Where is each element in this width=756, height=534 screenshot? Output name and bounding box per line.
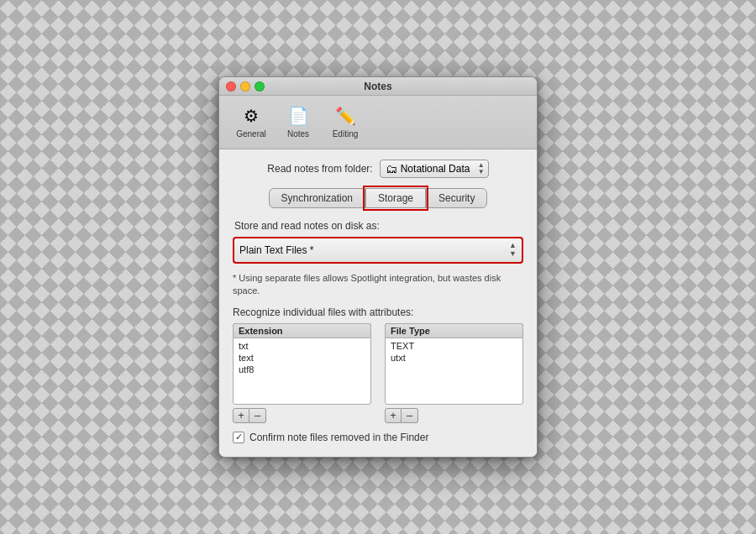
minimize-button[interactable] xyxy=(240,81,250,92)
confirm-remove-label: Confirm note files removed in the Finder xyxy=(249,432,428,443)
extension-table-body: txt text utf8 xyxy=(233,338,371,405)
add-filetype-button[interactable]: + xyxy=(385,408,402,423)
extension-header: Extension xyxy=(233,323,371,338)
tab-synchronization[interactable]: Synchronization xyxy=(269,188,365,208)
toolbar-item-general[interactable]: ⚙ General xyxy=(229,101,273,142)
checkbox-row: ✓ Confirm note files removed in the Find… xyxy=(233,432,523,443)
store-section-label: Store and read notes on disk as: xyxy=(233,220,523,232)
list-item: text xyxy=(234,352,370,364)
disk-format-dropdown[interactable]: Plain Text Files * ▲ ▼ xyxy=(233,237,523,264)
folder-icon: 🗂 xyxy=(386,162,397,175)
dropdown-arrows-icon: ▲ ▼ xyxy=(509,242,517,259)
extension-table: Extension txt text utf8 + – xyxy=(233,323,371,423)
tab-storage[interactable]: Storage xyxy=(365,188,426,208)
folder-name: Notational Data xyxy=(401,163,475,175)
list-item: txt xyxy=(234,340,370,352)
window-title: Notes xyxy=(364,81,391,92)
list-item: utf8 xyxy=(234,364,370,375)
folder-arrows-icon: ▲ ▼ xyxy=(478,162,485,175)
content-area: Read notes from folder: 🗂 Notational Dat… xyxy=(219,149,537,457)
tab-security[interactable]: Security xyxy=(426,188,487,208)
maximize-button[interactable] xyxy=(255,81,265,92)
disk-format-value: Plain Text Files * xyxy=(239,244,509,256)
traffic-lights xyxy=(226,81,265,92)
toolbar-label-general: General xyxy=(236,129,266,139)
titlebar: Notes xyxy=(219,77,537,96)
filetype-header: File Type xyxy=(385,323,523,338)
remove-filetype-button[interactable]: – xyxy=(402,408,418,423)
app-window: Notes ⚙ General 📄 Notes ✏️ Editing Read … xyxy=(218,76,538,458)
filetype-table-body: TEXT utxt xyxy=(385,338,523,405)
toolbar-item-editing[interactable]: ✏️ Editing xyxy=(323,101,367,142)
filetype-table-buttons: + – xyxy=(385,408,523,423)
folder-row: Read notes from folder: 🗂 Notational Dat… xyxy=(233,160,523,178)
tabs-row: Synchronization Storage Security xyxy=(233,188,523,208)
editing-icon: ✏️ xyxy=(333,104,357,128)
tables-row: Extension txt text utf8 + – File Type TE… xyxy=(233,323,523,423)
list-item: utxt xyxy=(386,352,522,364)
add-extension-button[interactable]: + xyxy=(233,408,249,423)
notes-icon: 📄 xyxy=(286,104,310,128)
folder-select-dropdown[interactable]: 🗂 Notational Data ▲ ▼ xyxy=(380,160,489,178)
tables-section-label: Recognize individual files with attribut… xyxy=(233,306,523,318)
remove-extension-button[interactable]: – xyxy=(249,408,266,423)
toolbar: ⚙ General 📄 Notes ✏️ Editing xyxy=(219,96,537,149)
extension-table-buttons: + – xyxy=(233,408,371,423)
confirm-remove-checkbox[interactable]: ✓ xyxy=(233,432,244,443)
folder-row-label: Read notes from folder: xyxy=(267,163,372,175)
general-icon: ⚙ xyxy=(239,104,263,128)
toolbar-label-editing: Editing xyxy=(333,129,359,139)
info-text: * Using separate files allows Spotlight … xyxy=(233,272,523,298)
list-item: TEXT xyxy=(386,340,522,352)
close-button[interactable] xyxy=(226,81,236,92)
toolbar-item-notes[interactable]: 📄 Notes xyxy=(276,101,320,142)
toolbar-label-notes: Notes xyxy=(287,129,309,139)
filetype-table: File Type TEXT utxt + – xyxy=(385,323,523,423)
